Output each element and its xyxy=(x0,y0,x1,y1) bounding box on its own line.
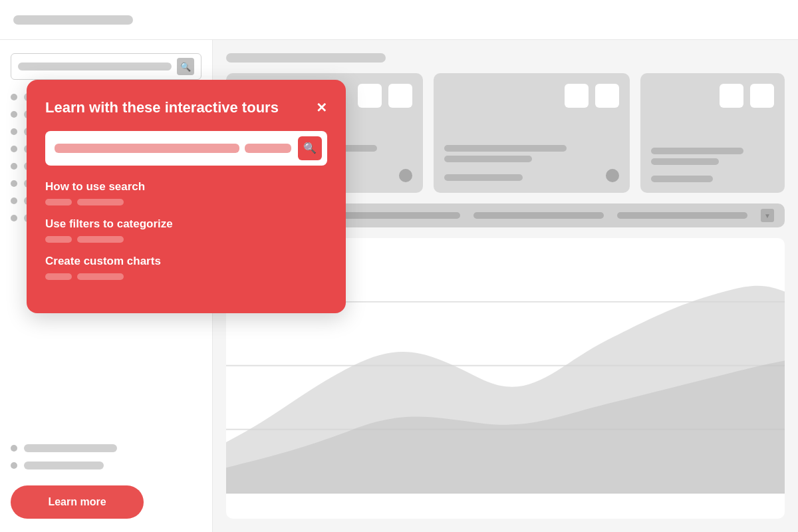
table-header-cell xyxy=(330,212,460,219)
card-bottom-line xyxy=(444,174,523,181)
card-3 xyxy=(640,73,785,193)
sidebar-search-input-mock xyxy=(18,63,172,70)
card-lines xyxy=(444,145,620,162)
sidebar-search-bar[interactable]: 🔍 xyxy=(11,53,201,80)
card-line xyxy=(444,156,532,162)
tour-title: Create custom charts xyxy=(45,255,327,268)
card-icon-1 xyxy=(358,84,382,108)
card-action-icon[interactable] xyxy=(606,169,619,182)
tour-tags xyxy=(45,273,327,280)
card-line xyxy=(444,145,567,152)
popup-title: Learn with these interactive tours xyxy=(45,98,279,118)
table-dropdown-icon[interactable]: ▼ xyxy=(761,209,774,222)
sidebar-bottom: Learn more xyxy=(11,431,201,519)
card-icon-2 xyxy=(595,84,619,108)
card-bottom xyxy=(651,172,774,182)
sidebar-dot-icon xyxy=(11,111,17,118)
sidebar-item-label xyxy=(24,462,104,469)
tour-title: How to use search xyxy=(45,180,327,194)
sidebar-dot-icon xyxy=(11,198,17,204)
sidebar-dot-icon xyxy=(11,180,17,187)
table-header-cell xyxy=(473,212,604,219)
sidebar-bottom-item[interactable] xyxy=(11,462,201,469)
tour-tag xyxy=(45,273,72,280)
popup-search-input-mock-2 xyxy=(245,144,291,153)
learn-more-button[interactable]: Learn more xyxy=(11,485,144,519)
sidebar-dot-icon xyxy=(11,445,17,452)
sidebar-dot-icon xyxy=(11,462,17,469)
sidebar-bottom-item[interactable] xyxy=(11,444,201,452)
card-lines xyxy=(651,148,774,165)
app-logo xyxy=(13,15,133,25)
tour-item-search[interactable]: How to use search xyxy=(45,180,327,205)
tour-tag xyxy=(77,236,124,243)
card-icon-1 xyxy=(565,84,589,108)
card-line xyxy=(651,158,719,165)
card-icons xyxy=(651,84,774,108)
top-bar xyxy=(0,0,798,40)
main-layout: 🔍 xyxy=(0,40,798,532)
tour-tag xyxy=(77,273,124,280)
popup-search-button[interactable]: 🔍 xyxy=(298,136,322,160)
sidebar-item-label xyxy=(24,444,117,452)
tour-tags xyxy=(45,236,327,243)
card-action-icon[interactable] xyxy=(399,169,412,182)
sidebar: 🔍 xyxy=(0,40,213,532)
tour-tag xyxy=(77,199,124,205)
interactive-tours-popup: Learn with these interactive tours ✕ 🔍 H… xyxy=(27,80,346,313)
sidebar-dot-icon xyxy=(11,128,17,135)
card-icon-1 xyxy=(720,84,743,108)
table-header-cell xyxy=(617,212,747,219)
sidebar-dot-icon xyxy=(11,146,17,152)
sidebar-dot-icon xyxy=(11,215,17,221)
sidebar-dot-icon xyxy=(11,94,17,100)
tour-tag xyxy=(45,236,72,243)
card-2 xyxy=(434,73,630,193)
tour-item-filters[interactable]: Use filters to categorize xyxy=(45,217,327,243)
tour-item-charts[interactable]: Create custom charts xyxy=(45,255,327,280)
card-icon-2 xyxy=(388,84,412,108)
card-icon-2 xyxy=(750,84,774,108)
popup-search-bar[interactable]: 🔍 xyxy=(45,131,327,166)
card-bottom xyxy=(444,169,620,182)
popup-header: Learn with these interactive tours ✕ xyxy=(45,98,327,118)
tour-tag xyxy=(45,199,72,205)
tour-title: Use filters to categorize xyxy=(45,217,327,231)
card-icons xyxy=(444,84,620,108)
card-line xyxy=(651,148,743,154)
tour-tags xyxy=(45,199,327,205)
popup-close-button[interactable]: ✕ xyxy=(316,100,327,116)
content-header-label xyxy=(226,53,386,63)
sidebar-dot-icon xyxy=(11,163,17,170)
card-bottom-line xyxy=(651,176,712,182)
popup-search-input-mock xyxy=(55,144,239,153)
sidebar-search-button[interactable]: 🔍 xyxy=(177,58,194,75)
